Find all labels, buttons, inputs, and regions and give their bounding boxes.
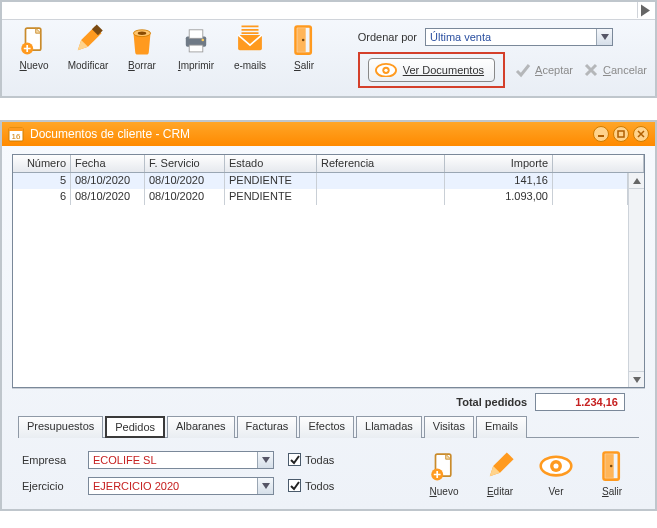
- col-estado[interactable]: Estado: [225, 155, 317, 172]
- table-cell: 1.093,00: [445, 189, 553, 205]
- cancelar-button[interactable]: Cancelar: [583, 62, 647, 78]
- imprimir-button[interactable]: Imprimir: [172, 22, 220, 71]
- grid-header-row: Número Fecha F. Servicio Estado Referenc…: [13, 155, 644, 173]
- ordenar-por-label: Ordenar por: [358, 31, 417, 43]
- table-cell: [317, 173, 445, 189]
- empresa-label: Empresa: [22, 454, 80, 466]
- ordenar-por-select[interactable]: Última venta: [425, 28, 613, 46]
- salir-action-button[interactable]: Salir: [589, 448, 635, 497]
- exit-door-icon: [286, 22, 322, 58]
- emails-button[interactable]: e-mails: [226, 22, 274, 71]
- new-document-icon: [426, 448, 462, 484]
- empresa-select[interactable]: ECOLIFE SL: [88, 451, 274, 469]
- cancelar-label: Cancelar: [603, 64, 647, 76]
- upper-scroll-strip: [2, 2, 655, 20]
- svg-rect-6: [189, 30, 203, 39]
- nuevo-button[interactable]: Nuevo: [10, 22, 58, 71]
- svg-point-8: [202, 39, 205, 42]
- svg-point-28: [610, 465, 613, 468]
- empresa-todas-checkbox[interactable]: [288, 453, 301, 466]
- ejercicio-value: EJERCICIO 2020: [93, 480, 179, 492]
- scroll-right-icon[interactable]: [637, 2, 653, 18]
- svg-rect-19: [598, 135, 604, 137]
- svg-rect-17: [9, 128, 23, 131]
- aceptar-label: Aceptar: [535, 64, 573, 76]
- tab-pedidos[interactable]: Pedidos: [105, 416, 165, 438]
- nuevo-action-label: Nuevo: [430, 486, 459, 497]
- eye-icon: [538, 448, 574, 484]
- pencil-icon: [70, 22, 106, 58]
- svg-point-12: [302, 39, 305, 42]
- scroll-down-icon[interactable]: [629, 371, 644, 387]
- ejercicio-todos-label: Todos: [305, 480, 334, 492]
- scroll-up-icon[interactable]: [629, 173, 644, 189]
- ver-action-label: Ver: [548, 486, 563, 497]
- borrar-button[interactable]: Borrar: [118, 22, 166, 71]
- imprimir-label: Imprimir: [178, 60, 214, 71]
- grid-vertical-scrollbar[interactable]: [628, 173, 644, 387]
- email-icon: [232, 22, 268, 58]
- table-cell: 08/10/2020: [71, 173, 145, 189]
- ejercicio-select[interactable]: EJERCICIO 2020: [88, 477, 274, 495]
- ver-documentos-label: Ver Documentos: [403, 64, 484, 76]
- tab-visitas[interactable]: Visitas: [424, 416, 474, 438]
- maximize-button[interactable]: [613, 126, 629, 142]
- modificar-label: Modificar: [68, 60, 109, 71]
- tab-emails[interactable]: Emails: [476, 416, 527, 438]
- editar-action-button[interactable]: Editar: [477, 448, 523, 497]
- crm-title-text: Documentos de cliente - CRM: [30, 127, 587, 141]
- tab-presupuestos[interactable]: Presupuestos: [18, 416, 103, 438]
- tab-efectos[interactable]: Efectos: [299, 416, 354, 438]
- ver-action-button[interactable]: Ver: [533, 448, 579, 497]
- col-fservicio[interactable]: F. Servicio: [145, 155, 225, 172]
- ordenar-por-value: Última venta: [430, 31, 491, 43]
- col-importe[interactable]: Importe: [445, 155, 553, 172]
- ver-documentos-button[interactable]: Ver Documentos: [368, 58, 495, 82]
- table-cell: 5: [13, 173, 71, 189]
- svg-point-15: [384, 68, 387, 71]
- nuevo-action-button[interactable]: Nuevo: [421, 448, 467, 497]
- salir-action-label: Salir: [602, 486, 622, 497]
- ver-documentos-highlight: Ver Documentos: [358, 52, 505, 88]
- salir-label: Salir: [294, 60, 314, 71]
- col-numero[interactable]: Número: [13, 155, 71, 172]
- tabs-bar: Presupuestos Pedidos Albaranes Facturas …: [12, 415, 645, 437]
- svg-point-25: [553, 463, 558, 468]
- table-cell: 141,16: [445, 173, 553, 189]
- svg-rect-11: [297, 28, 306, 52]
- table-row[interactable]: 608/10/202008/10/2020PENDIENTE1.093,00: [13, 189, 628, 205]
- empresa-todas-label: Todas: [305, 454, 334, 466]
- top-toolbar-panel: Nuevo Modificar Borrar Imp: [0, 0, 657, 98]
- table-cell: 08/10/2020: [71, 189, 145, 205]
- col-fecha[interactable]: Fecha: [71, 155, 145, 172]
- minimize-button[interactable]: [593, 126, 609, 142]
- table-cell: [317, 189, 445, 205]
- documents-grid[interactable]: Número Fecha F. Servicio Estado Referenc…: [12, 154, 645, 388]
- table-cell: [553, 189, 628, 205]
- salir-button[interactable]: Salir: [280, 22, 328, 71]
- trash-icon: [124, 22, 160, 58]
- calendar-icon: 16: [8, 126, 24, 142]
- crm-titlebar: 16 Documentos de cliente - CRM: [2, 122, 655, 146]
- check-icon: [515, 62, 531, 78]
- table-row[interactable]: 508/10/202008/10/2020PENDIENTE141,16: [13, 173, 628, 189]
- tab-facturas[interactable]: Facturas: [237, 416, 298, 438]
- modificar-button[interactable]: Modificar: [64, 22, 112, 71]
- close-icon: [583, 62, 599, 78]
- table-cell: 6: [13, 189, 71, 205]
- borrar-label: Borrar: [128, 60, 156, 71]
- aceptar-button[interactable]: Aceptar: [515, 62, 573, 78]
- pencil-icon: [482, 448, 518, 484]
- ejercicio-label: Ejercicio: [22, 480, 80, 492]
- ejercicio-todos-checkbox[interactable]: [288, 479, 301, 492]
- tab-albaranes[interactable]: Albaranes: [167, 416, 235, 438]
- table-cell: PENDIENTE: [225, 189, 317, 205]
- table-cell: 08/10/2020: [145, 189, 225, 205]
- tab-llamadas[interactable]: Llamadas: [356, 416, 422, 438]
- new-document-icon: [16, 22, 52, 58]
- table-cell: [553, 173, 628, 189]
- eye-icon: [375, 62, 397, 78]
- close-button[interactable]: [633, 126, 649, 142]
- empresa-value: ECOLIFE SL: [93, 454, 157, 466]
- col-referencia[interactable]: Referencia: [317, 155, 445, 172]
